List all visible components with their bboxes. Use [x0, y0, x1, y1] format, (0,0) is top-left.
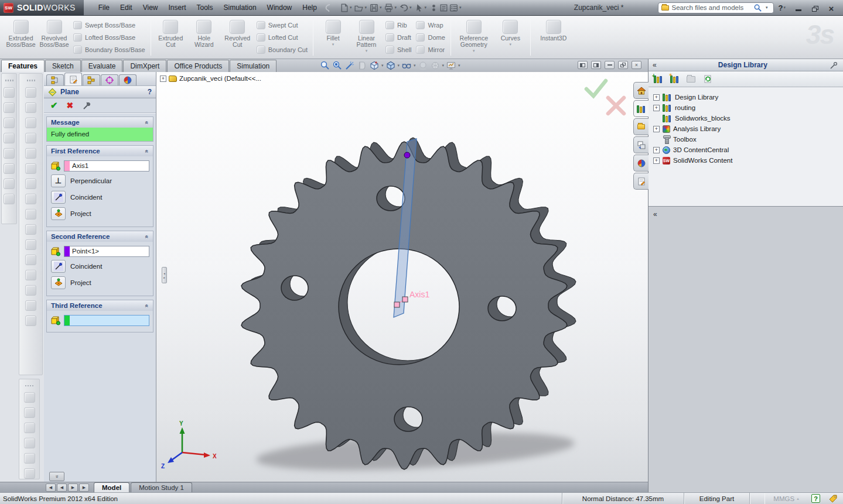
dropdown-caret[interactable]: ▾ — [366, 49, 368, 53]
linear-pattern-button[interactable]: Linear Pattern ▾ — [350, 18, 383, 53]
collapse-chevron-icon[interactable]: « — [144, 121, 151, 124]
disabled-tool-icon[interactable] — [25, 285, 36, 296]
ok-button[interactable]: ✔ — [50, 100, 58, 111]
auto-show-pin-icon[interactable] — [829, 61, 839, 70]
disabled-tool-icon[interactable] — [25, 300, 36, 311]
coincident-button[interactable] — [51, 260, 66, 273]
third-reference-field[interactable] — [64, 315, 149, 326]
zoom-to-fit-icon[interactable] — [320, 60, 330, 71]
shadows-icon[interactable] — [418, 60, 428, 71]
tree-item-3d-contentcentral[interactable]: + 3D ContentCentral — [650, 145, 841, 155]
dimxpert-manager-tab[interactable] — [101, 74, 118, 85]
disabled-tool-icon[interactable] — [25, 194, 36, 204]
undo-icon[interactable] — [399, 3, 409, 13]
taskpane-tab-file-explorer[interactable] — [633, 118, 649, 135]
disabled-tool-icon[interactable] — [4, 179, 15, 189]
panel-splitter-handle[interactable]: ◂▸ — [162, 267, 167, 283]
disabled-tool-icon[interactable] — [25, 239, 36, 250]
collapse-chevron-icon[interactable]: « — [144, 149, 151, 153]
feature-manager-tab[interactable] — [46, 74, 64, 85]
boundary-cut-button[interactable]: Boundary Cut — [257, 44, 308, 54]
rib-button[interactable]: Rib — [385, 20, 411, 30]
disabled-tool-icon[interactable] — [25, 87, 36, 98]
help-button[interactable]: ? — [779, 4, 783, 12]
reference-geometry-button[interactable]: Reference Geometry ▾ — [454, 18, 494, 53]
message-section-header[interactable]: Message « — [47, 117, 153, 128]
dropdown-caret[interactable]: ▾ — [510, 43, 512, 46]
configuration-manager-tab[interactable] — [83, 74, 100, 85]
shell-button[interactable]: Shell — [385, 44, 411, 54]
first-reference-field[interactable]: Axis1 — [64, 160, 149, 172]
disabled-tool-icon[interactable] — [4, 102, 15, 113]
last-tab-button[interactable]: ▶ — [79, 484, 89, 492]
dropdown-caret[interactable]: ▾ — [425, 5, 427, 10]
doc-close-button[interactable]: × — [632, 61, 641, 69]
disabled-tool-icon[interactable] — [24, 438, 35, 448]
collapse-pane-button[interactable]: « — [653, 210, 657, 218]
menu-view[interactable]: View — [138, 2, 163, 13]
status-help-icon[interactable]: ? — [811, 494, 820, 503]
second-reference-field[interactable]: Point<1> — [64, 246, 149, 257]
hole-wizard-button[interactable]: Hole Wizard — [187, 18, 221, 48]
macro-icon[interactable] — [429, 3, 439, 13]
second-reference-header[interactable]: Second Reference « — [47, 231, 153, 242]
model-tab[interactable]: Model — [94, 482, 129, 492]
graphics-area[interactable]: Axis1 Y X Z + Zupcanik_veci (Default<<..… — [156, 72, 648, 482]
dropdown-caret[interactable]: ▾ — [350, 5, 352, 10]
extruded-boss-base-button[interactable]: Extruded Boss/Base — [4, 18, 37, 48]
taskpane-tab-appearances[interactable] — [633, 155, 649, 172]
minimize-button[interactable] — [793, 4, 804, 12]
filter-wand-icon[interactable] — [344, 60, 355, 71]
dome-button[interactable]: Dome — [416, 32, 445, 42]
expand-toggle[interactable]: + — [653, 94, 660, 101]
expand-toggle[interactable]: + — [653, 105, 660, 111]
tree-item-design-library[interactable]: + Design Library — [650, 92, 841, 102]
dropdown-caret[interactable]: ▾ — [394, 5, 397, 10]
taskpane-tab-resources[interactable] — [633, 82, 649, 99]
disabled-tool-icon[interactable] — [4, 133, 15, 143]
perpendicular-button[interactable]: ⊥ — [51, 174, 66, 187]
appearances-icon[interactable] — [430, 60, 441, 71]
display-style-icon[interactable] — [385, 60, 396, 71]
disabled-tool-icon[interactable] — [4, 194, 15, 204]
tag-icon[interactable] — [828, 494, 838, 503]
tree-item-routing[interactable]: + routing — [650, 102, 841, 113]
dropdown-caret[interactable]: ▾ — [380, 5, 382, 10]
disabled-tool-icon[interactable] — [25, 255, 36, 265]
tree-item-solidworks-content[interactable]: + SW SolidWorks Content — [650, 155, 841, 166]
print-icon[interactable] — [384, 3, 394, 13]
tab-office-products[interactable]: Office Products — [167, 60, 229, 72]
disabled-tool-icon[interactable] — [24, 423, 35, 433]
save-icon[interactable] — [369, 3, 379, 13]
search-box[interactable]: Search files and models ▾ — [658, 2, 774, 13]
curves-button[interactable]: Curves ▾ — [494, 18, 527, 46]
display-manager-tab[interactable] — [119, 74, 136, 85]
select-cursor-icon[interactable] — [414, 3, 424, 13]
disabled-tool-icon[interactable] — [4, 87, 15, 98]
disabled-tool-icon[interactable] — [4, 163, 15, 174]
first-reference-header[interactable]: First Reference « — [47, 146, 153, 156]
dropdown-caret[interactable]: ▾ — [459, 5, 462, 10]
show-task-pane-button[interactable] — [591, 61, 601, 69]
project-button[interactable] — [51, 207, 66, 220]
disabled-tool-icon[interactable] — [25, 102, 36, 113]
property-manager-tab[interactable] — [64, 73, 82, 85]
axis-handle[interactable] — [394, 302, 400, 307]
tab-sketch[interactable]: Sketch — [45, 60, 81, 72]
tree-item-analysis-library[interactable]: + Analysis Library — [650, 124, 841, 134]
lofted-boss-base-button[interactable]: Lofted Boss/Base — [73, 32, 145, 42]
menu-help[interactable]: Help — [297, 2, 322, 13]
revolved-cut-button[interactable]: Revolved Cut — [221, 18, 254, 48]
tab-dimxpert[interactable]: DimXpert — [123, 60, 166, 72]
instant3d-button[interactable]: Instant3D — [534, 18, 574, 42]
expand-toggle[interactable]: + — [160, 76, 166, 82]
expand-toggle[interactable]: + — [653, 126, 660, 132]
next-tab-button[interactable]: ▶ — [68, 484, 78, 492]
extruded-cut-button[interactable]: Extruded Cut — [154, 18, 187, 48]
taskpane-tab-design-library[interactable] — [633, 100, 649, 117]
search-icon[interactable] — [753, 4, 762, 12]
hide-show-items-icon[interactable] — [401, 60, 412, 71]
taskpane-tab-custom-properties[interactable] — [633, 173, 649, 190]
dropdown-caret[interactable]: ▾ — [398, 63, 400, 68]
lofted-cut-button[interactable]: Lofted Cut — [257, 32, 308, 42]
